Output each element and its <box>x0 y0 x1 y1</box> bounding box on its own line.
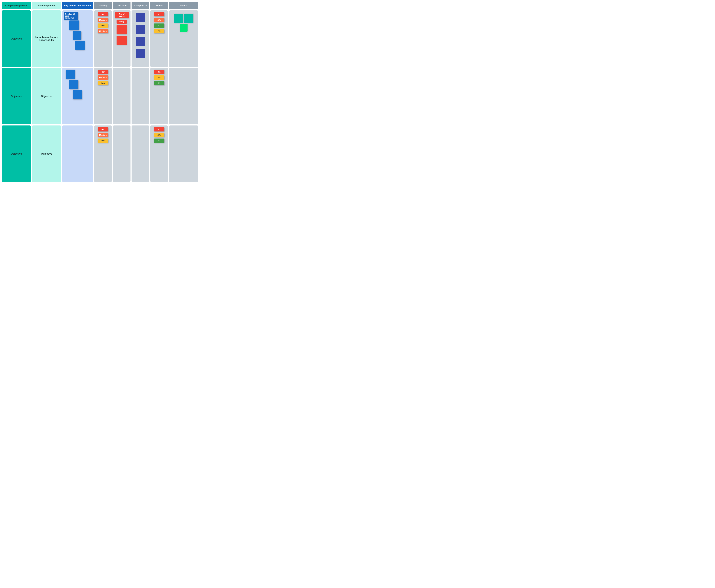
row2-team: Objective <box>32 68 61 124</box>
row1-team-label: Launch new feature successfully <box>33 36 60 41</box>
status-5-1-r2[interactable]: .5/1 <box>154 75 164 80</box>
header-team-objectives: Team objectives <box>32 2 61 9</box>
note-teal-1b[interactable] <box>184 14 193 23</box>
row2-notes <box>169 68 198 124</box>
row3-company-label: Objective <box>11 152 22 155</box>
priority-medium-1b[interactable]: Medium <box>98 29 108 33</box>
note-teal-1a[interactable] <box>174 14 183 23</box>
blue-sq-2a <box>66 70 75 79</box>
priority-high-3[interactable]: High <box>98 127 108 131</box>
header-notes: Notes <box>169 2 198 9</box>
row2-key-results <box>62 68 93 124</box>
main-grid: Company objectives Team objectives Key r… <box>2 2 713 182</box>
row1-due-date: End of quarter Friday <box>113 10 130 67</box>
status-5-1-r3[interactable]: .5/1 <box>154 133 164 137</box>
row2-status: 0/1 .5/1 1/1 <box>150 68 168 124</box>
row3-key-results <box>62 125 93 182</box>
row1-status: 0/1 .3/1 1/1 .5/1 <box>150 10 168 67</box>
row3-status: 0/1 .5/1 1/1 <box>150 125 168 182</box>
avatar-1c <box>136 37 145 46</box>
priority-high-2[interactable]: High <box>98 70 108 74</box>
status-1-1-r2[interactable]: 1/1 <box>154 81 164 85</box>
row2-company: Objective <box>2 68 31 124</box>
header-priority: Priority <box>94 2 112 9</box>
header-assigned-to: Assigned to <box>131 2 149 9</box>
avatar-col-1 <box>136 12 145 60</box>
status-0-1-r1[interactable]: 0/1 <box>154 12 164 16</box>
row3-assigned <box>131 125 149 182</box>
row1-team: Launch new feature successfully <box>32 10 61 67</box>
priority-low-2[interactable]: Low <box>98 81 108 85</box>
row2-priority: High Medium Low <box>94 68 112 124</box>
row3-team-label: Objective <box>41 152 52 155</box>
priority-low-1[interactable]: Low <box>98 23 108 28</box>
row1-company-label: Objective <box>11 37 22 40</box>
status-3-1-r1[interactable]: .3/1 <box>154 18 164 22</box>
due-empty-2[interactable] <box>117 36 127 45</box>
header-company-objectives: Company objectives <box>2 2 31 9</box>
blue-sq-2c <box>73 90 82 99</box>
row3-team: Objective <box>32 125 61 182</box>
blue-sq-1b <box>73 31 81 40</box>
row1-notes <box>169 10 198 67</box>
header-due-date: Due date <box>113 2 130 9</box>
row1-key-results: Conduct 10 user interviews <box>62 10 93 67</box>
notes-row-1 <box>174 14 193 23</box>
blue-sq-2b <box>69 80 78 89</box>
due-friday[interactable]: Friday <box>117 20 127 24</box>
row3-priority: High Medium Low <box>94 125 112 182</box>
row2-company-label: Objective <box>11 95 22 98</box>
priority-medium-2[interactable]: Medium <box>98 75 108 80</box>
avatar-1d <box>136 49 145 58</box>
header-key-results: Key results / deliverables <box>62 2 93 9</box>
note-green-1[interactable] <box>180 24 187 31</box>
header-status: Status <box>150 2 168 9</box>
row3-company: Objective <box>2 125 31 182</box>
priority-low-3[interactable]: Low <box>98 139 108 143</box>
due-empty-1[interactable] <box>117 25 127 34</box>
status-0-1-r3[interactable]: 0/1 <box>154 127 164 131</box>
status-1-1-r3[interactable]: 1/1 <box>154 139 164 143</box>
row2-assigned <box>131 68 149 124</box>
row3-notes <box>169 125 198 182</box>
row2-due-date <box>113 68 130 124</box>
priority-medium-3[interactable]: Medium <box>98 133 108 137</box>
row2-team-label: Objective <box>41 95 52 98</box>
due-end-quarter[interactable]: End of quarter <box>115 12 129 18</box>
row1-company: Objective <box>2 10 31 67</box>
avatar-1b <box>136 25 145 34</box>
status-1-1-r1[interactable]: 1/1 <box>154 23 164 28</box>
avatar-1a <box>136 13 145 22</box>
blue-sq-1a <box>69 20 79 30</box>
notes-col-1 <box>174 12 193 31</box>
priority-medium-1[interactable]: Medium <box>98 18 108 22</box>
row1-priority: High Medium Low Medium <box>94 10 112 67</box>
row1-assigned <box>131 10 149 67</box>
status-5-1-r1[interactable]: .5/1 <box>154 29 164 33</box>
blue-sq-1c <box>76 41 85 50</box>
status-0-1-r2[interactable]: 0/1 <box>154 70 164 74</box>
kr-sticky-1[interactable]: Conduct 10 user interviews <box>64 12 78 20</box>
row3-due-date <box>113 125 130 182</box>
priority-high-1[interactable]: High <box>98 12 108 16</box>
